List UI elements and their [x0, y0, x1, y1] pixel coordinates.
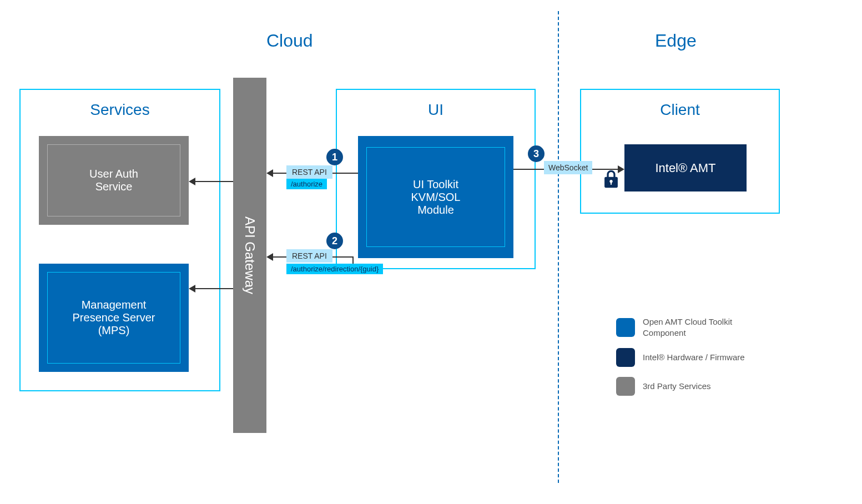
user-auth-label: User Auth Service — [89, 168, 138, 193]
legend-item-2: Intel® Hardware / Firmware — [616, 348, 745, 367]
arrow-head-1 — [266, 169, 273, 177]
mps-label: Management Presence Server (MPS) — [73, 299, 155, 337]
arrow-to-mps — [195, 288, 233, 289]
edge-title: Edge — [655, 31, 697, 51]
arrow-head-auth — [189, 178, 195, 185]
mps-block: Management Presence Server (MPS) — [39, 264, 189, 372]
badge-2: 2 — [326, 233, 343, 249]
cloud-title: Cloud — [266, 31, 313, 51]
legend-text-2: Intel® Hardware / Firmware — [643, 352, 745, 363]
legend-text-1: Open AMT Cloud Toolkit Component — [643, 316, 732, 338]
ui-toolkit-label: UI Toolkit KVM/SOL Module — [411, 178, 461, 216]
badge-3: 3 — [528, 145, 545, 162]
legend-item-3: 3rd Party Services — [616, 377, 745, 396]
legend-swatch-blue — [616, 318, 635, 337]
websocket-label: WebSocket — [544, 161, 592, 174]
services-title: Services — [21, 101, 219, 119]
legend-item-1: Open AMT Cloud Toolkit Component — [616, 316, 745, 338]
api-gateway-block: API Gateway — [233, 78, 266, 433]
ui-title: UI — [337, 101, 535, 119]
arrow-to-auth — [195, 181, 233, 182]
endpoint-2-label: /authorize/redirection/{guid} — [286, 264, 383, 274]
intel-amt-block: Intel® AMT — [624, 144, 747, 191]
arrow-head-2 — [266, 253, 273, 261]
legend-swatch-gray — [616, 377, 635, 396]
badge-1: 1 — [326, 149, 343, 165]
rest-api-1-label: REST API — [286, 165, 332, 179]
cloud-edge-divider — [558, 11, 559, 483]
client-title: Client — [581, 101, 779, 119]
intel-amt-label: Intel® AMT — [655, 161, 715, 175]
api-gateway-label: API Gateway — [242, 216, 258, 294]
user-auth-service-block: User Auth Service — [39, 136, 189, 225]
endpoint-1-label: /authorize — [286, 179, 327, 189]
legend-text-3: 3rd Party Services — [643, 381, 711, 392]
arrow-head-mps — [189, 285, 195, 293]
ui-toolkit-block: UI Toolkit KVM/SOL Module — [358, 136, 513, 258]
arrow-head-websocket — [618, 165, 624, 173]
legend: Open AMT Cloud Toolkit Component Intel® … — [616, 316, 745, 406]
rest-api-2-label: REST API — [286, 249, 332, 263]
legend-swatch-navy — [616, 348, 635, 367]
lock-icon — [604, 170, 618, 189]
